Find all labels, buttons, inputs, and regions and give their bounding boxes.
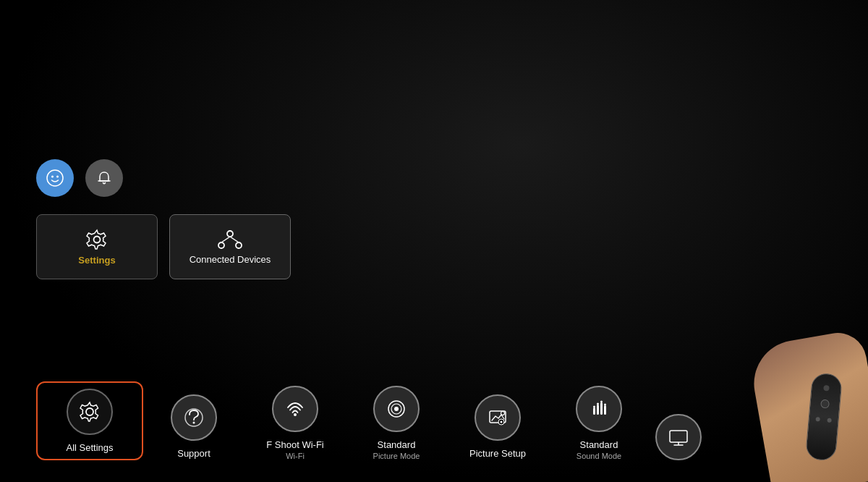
remote-btn-1	[823, 385, 830, 392]
quick-item-display[interactable]	[650, 414, 707, 460]
wifi-icon	[284, 397, 307, 420]
svg-point-17	[501, 412, 505, 415]
svg-point-1	[51, 176, 54, 178]
svg-point-24	[593, 406, 595, 408]
sound-mode-icon	[587, 397, 610, 420]
all-settings-label: All Settings	[66, 442, 113, 454]
svg-point-0	[47, 170, 63, 186]
svg-rect-23	[604, 405, 606, 415]
support-icon	[182, 406, 205, 429]
quick-item-all-settings[interactable]: All Settings	[36, 381, 143, 460]
picture-setup-icon	[486, 406, 509, 429]
svg-point-27	[604, 404, 606, 406]
notifications-button[interactable]	[85, 159, 123, 197]
svg-point-11	[193, 422, 195, 424]
svg-point-6	[236, 242, 242, 248]
remote-btn-4	[827, 418, 832, 423]
connected-devices-tile[interactable]: Connected Devices	[169, 214, 291, 279]
picture-setup-icon-circle	[475, 394, 521, 441]
svg-rect-21	[597, 405, 599, 415]
connected-devices-tile-label: Connected Devices	[190, 254, 271, 265]
remote-btn-2	[820, 399, 830, 409]
support-icon-circle	[171, 394, 217, 441]
all-settings-gear-icon	[78, 400, 101, 423]
wifi-icon-circle	[272, 386, 318, 432]
sound-mode-icon-circle	[576, 386, 622, 432]
display-icon-circle	[655, 414, 702, 460]
remote-btn-3	[815, 417, 820, 422]
smiley-icon	[46, 169, 64, 187]
wifi-sublabel: Wi-Fi	[266, 452, 323, 460]
settings-tile[interactable]: Settings	[36, 214, 158, 279]
connected-devices-icon	[217, 229, 243, 250]
svg-point-4	[227, 231, 233, 237]
picture-mode-sublabel: Picture Mode	[373, 452, 420, 460]
svg-point-15	[394, 407, 399, 411]
wifi-label: F Shoot Wi-Fi	[266, 439, 323, 452]
avatar-row	[36, 159, 291, 197]
settings-tile-label: Settings	[78, 255, 115, 266]
settings-tile-icon	[86, 229, 108, 250]
svg-point-3	[94, 236, 101, 242]
sound-mode-sublabel: Sound Mode	[576, 452, 621, 460]
quick-item-picture-mode[interactable]: Standard Picture Mode	[346, 386, 447, 460]
picture-mode-label: Standard	[373, 439, 420, 452]
svg-point-9	[86, 408, 93, 415]
support-label: Support	[177, 448, 210, 460]
display-icon	[667, 426, 690, 449]
picture-mode-icon	[385, 397, 408, 420]
profile-avatar[interactable]	[36, 159, 74, 197]
quick-item-wifi[interactable]: F Shoot Wi-Fi Wi-Fi	[244, 386, 346, 460]
svg-point-2	[56, 176, 59, 178]
svg-rect-22	[600, 402, 603, 415]
svg-line-7	[221, 237, 230, 242]
svg-point-5	[218, 242, 224, 248]
remote-hand-area	[738, 323, 868, 482]
picture-mode-icon-circle	[373, 386, 420, 432]
svg-point-25	[597, 403, 599, 405]
all-settings-icon-circle	[67, 389, 113, 435]
quick-item-picture-setup[interactable]: Picture Setup	[447, 394, 548, 460]
quick-item-support[interactable]: Support	[143, 394, 244, 460]
svg-point-12	[294, 413, 297, 416]
svg-line-8	[230, 237, 239, 242]
svg-point-19	[501, 421, 503, 423]
sound-mode-label: Standard	[576, 439, 621, 452]
content-area: Settings Connected Devices	[36, 159, 291, 308]
tiles-row: Settings Connected Devices	[36, 214, 291, 279]
picture-setup-label: Picture Setup	[469, 448, 526, 460]
quick-item-sound-mode[interactable]: Standard Sound Mode	[548, 386, 650, 460]
bell-icon	[95, 169, 113, 187]
svg-point-26	[600, 401, 603, 403]
svg-rect-20	[593, 407, 595, 415]
hand-shape	[747, 329, 868, 482]
svg-rect-28	[670, 431, 687, 442]
